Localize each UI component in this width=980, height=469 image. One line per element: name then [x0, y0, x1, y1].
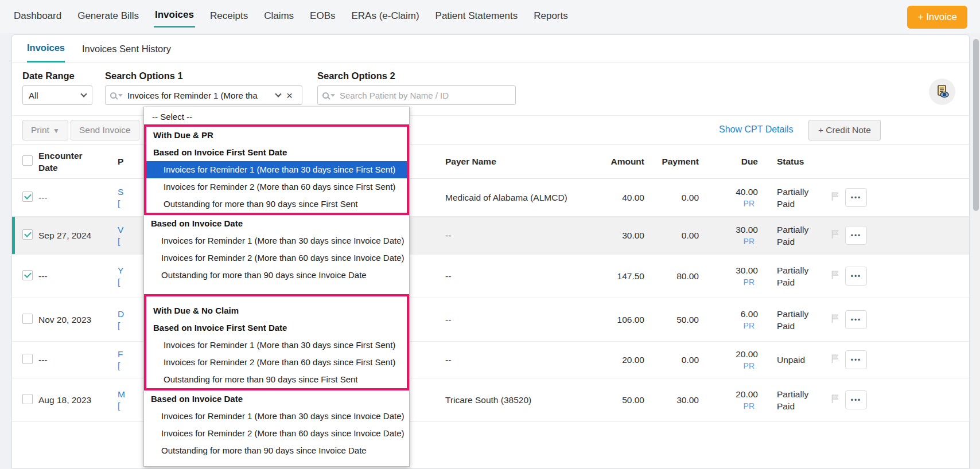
row-checkbox[interactable]	[22, 394, 33, 404]
due-cell: 20.00PR	[699, 388, 758, 412]
dropdown-option[interactable]: Outstanding for more than 90 days since …	[144, 442, 409, 459]
nav-item-claims[interactable]: Claims	[263, 7, 295, 27]
amount-header: Amount	[598, 157, 644, 167]
search-options-2-input[interactable]: Search Patient by Name / ID	[317, 85, 516, 105]
search-options-1-combobox[interactable]: Invoices for Reminder 1 (More tha ×	[105, 85, 302, 105]
nav-item-invoices[interactable]: Invoices	[154, 6, 195, 28]
amount-cell: 40.00	[598, 193, 644, 203]
dropdown-option-select[interactable]: -- Select --	[144, 109, 409, 124]
due-cell: 40.00PR	[699, 186, 758, 210]
row-actions-button[interactable]	[845, 267, 867, 286]
date-range-value: All	[29, 91, 38, 100]
payment-cell: 30.00	[644, 395, 699, 405]
status-cell: Partially Paid	[758, 224, 825, 248]
annotation-highlight-box: With Due & PR Based on Invoice First Sen…	[144, 124, 409, 215]
dropdown-option[interactable]: Invoices for Reminder 2 (More than 60 da…	[144, 249, 409, 267]
row-actions-button[interactable]	[845, 226, 867, 245]
dropdown-option[interactable]: Outstanding for more than 90 days since …	[146, 371, 407, 388]
vertical-scrollbar[interactable]	[972, 34, 980, 469]
pr-tag: PR	[744, 360, 758, 372]
document-eye-icon	[934, 84, 950, 100]
dropdown-option[interactable]: Invoices for Reminder 1 (More than 30 da…	[144, 232, 409, 249]
caret-down-icon	[118, 94, 123, 97]
nav-item-eobs[interactable]: EOBs	[309, 7, 336, 27]
send-invoice-button[interactable]: Send Invoice	[71, 120, 139, 140]
row-actions-button[interactable]	[845, 310, 867, 329]
credit-note-button[interactable]: + Credit Note	[808, 120, 881, 140]
scrollbar-thumb[interactable]	[973, 39, 979, 211]
date-range-select[interactable]: All	[22, 85, 92, 105]
row-checkbox[interactable]	[22, 354, 33, 364]
due-cell: 6.00PR	[699, 308, 758, 332]
amount-cell: 106.00	[598, 315, 644, 325]
search-options-1-value: Invoices for Reminder 1 (More tha	[127, 91, 276, 100]
payer-cell: Medicaid of Alabama (ALMCD)	[445, 193, 598, 203]
encounter-date-cell: ---	[38, 355, 113, 365]
nav-item-eras[interactable]: ERAs (e-Claim)	[351, 7, 421, 27]
flag-icon[interactable]	[831, 394, 839, 404]
pr-tag: PR	[744, 320, 758, 332]
flag-icon[interactable]	[831, 354, 839, 364]
flag-icon[interactable]	[831, 270, 839, 280]
status-cell: Partially Paid	[758, 264, 825, 288]
dropdown-option[interactable]: Outstanding for more than 90 days since …	[146, 196, 407, 213]
flag-icon[interactable]	[831, 314, 839, 323]
row-actions-button[interactable]	[845, 188, 867, 207]
nav-item-generate-bills[interactable]: Generate Bills	[76, 7, 140, 27]
nav-item-receipts[interactable]: Receipts	[209, 7, 249, 27]
print-button[interactable]: Print▼	[22, 120, 68, 140]
flag-icon[interactable]	[831, 191, 839, 201]
status-cell: Partially Paid	[758, 308, 825, 332]
pr-tag: PR	[744, 276, 758, 288]
search-options-dropdown: -- Select -- With Due & PR Based on Invo…	[143, 107, 410, 467]
row-actions-button[interactable]	[845, 390, 867, 409]
tab-invoices[interactable]: Invoices	[27, 35, 65, 62]
new-invoice-button[interactable]: + Invoice	[907, 6, 967, 29]
dropdown-option[interactable]: Invoices for Reminder 2 (More than 60 da…	[146, 178, 407, 196]
pr-tag: PR	[744, 236, 758, 248]
invoice-preview-button[interactable]	[929, 79, 955, 105]
row-checkbox[interactable]	[22, 191, 33, 202]
dropdown-option[interactable]: Invoices for Reminder 2 (More than 60 da…	[144, 425, 409, 442]
top-navigation: Dashboard Generate Bills Invoices Receip…	[0, 0, 980, 33]
show-cpt-details-link[interactable]: Show CPT Details	[719, 124, 794, 135]
dropdown-option[interactable]: Invoices for Reminder 1 (More than 30 da…	[144, 408, 409, 425]
chevron-down-icon	[80, 91, 87, 97]
chevron-down-icon[interactable]	[275, 91, 281, 97]
row-checkbox[interactable]	[22, 314, 33, 324]
encounter-date-header: Encounter Date	[38, 150, 113, 174]
tab-invoices-sent-history[interactable]: Invoices Sent History	[82, 35, 171, 62]
dropdown-group-header: With Due & No Claim	[146, 302, 407, 319]
caret-down-icon: ▼	[53, 127, 60, 135]
dropdown-option[interactable]: Outstanding for more than 90 days since …	[144, 267, 409, 284]
payment-cell: 80.00	[644, 271, 699, 282]
dropdown-group-subheader: Based on Invoice Date	[144, 390, 409, 408]
amount-cell: 30.00	[598, 230, 644, 241]
due-cell: 20.00PR	[699, 348, 758, 372]
row-checkbox[interactable]	[22, 270, 33, 280]
select-all-checkbox[interactable]	[22, 155, 33, 166]
nav-item-dashboard[interactable]: Dashboard	[13, 7, 63, 27]
row-actions-button[interactable]	[845, 350, 867, 369]
dropdown-group-header: With Due & PR	[146, 127, 407, 144]
amount-cell: 147.50	[598, 271, 644, 282]
print-label: Print	[31, 125, 49, 135]
nav-item-reports[interactable]: Reports	[532, 7, 569, 27]
dropdown-option[interactable]: Invoices for Reminder 2 (More than 60 da…	[146, 354, 407, 371]
due-cell: 30.00PR	[699, 264, 758, 288]
dropdown-group-subheader: Based on Invoice First Sent Date	[146, 319, 407, 337]
flag-icon[interactable]	[831, 229, 839, 239]
payer-cell: --	[445, 355, 598, 365]
dropdown-option[interactable]: Invoices for Reminder 1 (More than 30 da…	[146, 337, 407, 354]
clear-icon[interactable]: ×	[286, 90, 293, 101]
dropdown-option-selected[interactable]: Invoices for Reminder 1 (More than 30 da…	[146, 161, 407, 178]
pr-tag: PR	[744, 198, 758, 210]
due-header: Due	[699, 155, 758, 167]
status-cell: Partially Paid	[758, 388, 825, 412]
status-header: Status	[758, 155, 825, 167]
nav-item-patient-statements[interactable]: Patient Statements	[434, 7, 519, 27]
row-checkbox[interactable]	[22, 229, 33, 240]
status-cell: Unpaid	[758, 354, 825, 366]
status-cell: Partially Paid	[758, 186, 825, 210]
payment-cell: 0.00	[644, 193, 699, 203]
